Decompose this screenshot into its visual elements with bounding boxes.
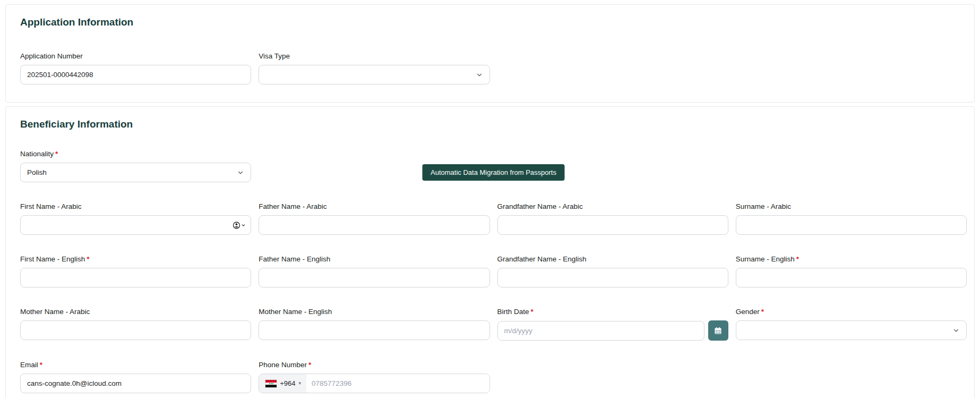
gender-field: Gender* xyxy=(736,307,967,341)
father-name-arabic-input[interactable] xyxy=(259,215,489,235)
father-name-arabic-label: Father Name - Arabic xyxy=(259,201,489,212)
grandfather-name-arabic-input[interactable] xyxy=(497,215,728,235)
dial-code: +964 xyxy=(280,379,295,387)
father-name-english-field: Father Name - English xyxy=(259,254,489,287)
grandfather-name-english-input[interactable] xyxy=(497,268,728,287)
grandfather-name-arabic-label: Grandfather Name - Arabic xyxy=(497,201,728,212)
first-name-arabic-field: First Name - Arabic xyxy=(20,201,251,235)
birth-date-input[interactable] xyxy=(497,321,704,341)
first-name-english-input[interactable] xyxy=(20,268,251,287)
input-language-icon[interactable] xyxy=(233,221,246,229)
birth-date-field: Birth Date* xyxy=(497,307,728,341)
required-marker: * xyxy=(87,255,89,263)
chevron-down-icon xyxy=(237,169,244,176)
caret-down-icon: ▾ xyxy=(299,381,302,386)
email-field: Email* xyxy=(20,360,251,393)
grandfather-name-english-label: Grandfather Name - English xyxy=(497,254,728,265)
grandfather-name-english-field: Grandfather Name - English xyxy=(497,254,728,287)
chevron-down-icon xyxy=(476,71,483,79)
mother-name-english-field: Mother Name - English xyxy=(259,307,489,341)
father-name-arabic-field: Father Name - Arabic xyxy=(259,201,489,235)
visa-type-select[interactable] xyxy=(259,65,489,84)
calendar-icon xyxy=(713,326,723,335)
required-marker: * xyxy=(796,255,799,263)
father-name-english-label: Father Name - English xyxy=(259,254,489,265)
iraq-flag-icon xyxy=(265,380,277,387)
mother-name-english-label: Mother Name - English xyxy=(259,307,489,317)
required-marker: * xyxy=(531,308,534,316)
application-number-input[interactable] xyxy=(20,65,251,84)
surname-arabic-input[interactable] xyxy=(736,215,967,235)
automatic-data-migration-button[interactable]: Automatic Data Migration from Passports xyxy=(422,164,565,181)
application-number-label: Application Number xyxy=(20,51,251,62)
mother-name-arabic-input[interactable] xyxy=(20,320,251,340)
grandfather-name-arabic-field: Grandfather Name - Arabic xyxy=(497,201,728,235)
gender-select[interactable] xyxy=(736,320,967,340)
father-name-english-input[interactable] xyxy=(259,268,489,287)
email-label: Email* xyxy=(20,360,251,370)
required-marker: * xyxy=(55,150,58,158)
phone-number-field: Phone Number* +964 ▾ xyxy=(259,360,489,393)
birth-date-label: Birth Date* xyxy=(497,307,728,317)
nationality-label: Nationality* xyxy=(20,149,251,159)
surname-arabic-field: Surname - Arabic xyxy=(736,201,967,235)
beneficiary-information-title: Beneficiary Information xyxy=(20,117,967,131)
phone-number-input[interactable] xyxy=(306,374,489,393)
application-number-field: Application Number xyxy=(20,51,251,84)
surname-english-field: Surname - English* xyxy=(736,254,967,287)
required-marker: * xyxy=(761,308,764,316)
required-marker: * xyxy=(308,361,311,369)
first-name-english-field: First Name - English* xyxy=(20,254,251,287)
email-input[interactable] xyxy=(20,374,251,393)
visa-type-label: Visa Type xyxy=(259,51,489,62)
nationality-select[interactable]: Polish xyxy=(20,163,251,182)
mother-name-english-input[interactable] xyxy=(259,320,489,340)
first-name-arabic-label: First Name - Arabic xyxy=(20,201,251,212)
mother-name-arabic-field: Mother Name - Arabic xyxy=(20,307,251,341)
gender-label: Gender* xyxy=(736,307,967,317)
visa-type-field: Visa Type xyxy=(259,51,489,84)
surname-arabic-label: Surname - Arabic xyxy=(736,201,967,212)
application-information-title: Application Information xyxy=(20,15,967,29)
beneficiary-information-card: Beneficiary Information Nationality* Pol… xyxy=(5,106,975,398)
phone-input-group: +964 ▾ xyxy=(259,374,489,393)
country-code-selector[interactable]: +964 ▾ xyxy=(259,374,306,393)
application-information-card: Application Information Application Numb… xyxy=(5,4,975,103)
calendar-picker-button[interactable] xyxy=(708,320,728,341)
phone-number-label: Phone Number* xyxy=(259,360,489,370)
nationality-field: Nationality* Polish xyxy=(20,149,251,182)
first-name-english-label: First Name - English* xyxy=(20,254,251,265)
nationality-value: Polish xyxy=(27,168,233,176)
first-name-arabic-input[interactable] xyxy=(20,215,251,235)
chevron-down-icon xyxy=(952,327,960,334)
surname-english-label: Surname - English* xyxy=(736,254,967,265)
mother-name-arabic-label: Mother Name - Arabic xyxy=(20,307,251,317)
required-marker: * xyxy=(40,361,42,369)
surname-english-input[interactable] xyxy=(736,268,967,287)
